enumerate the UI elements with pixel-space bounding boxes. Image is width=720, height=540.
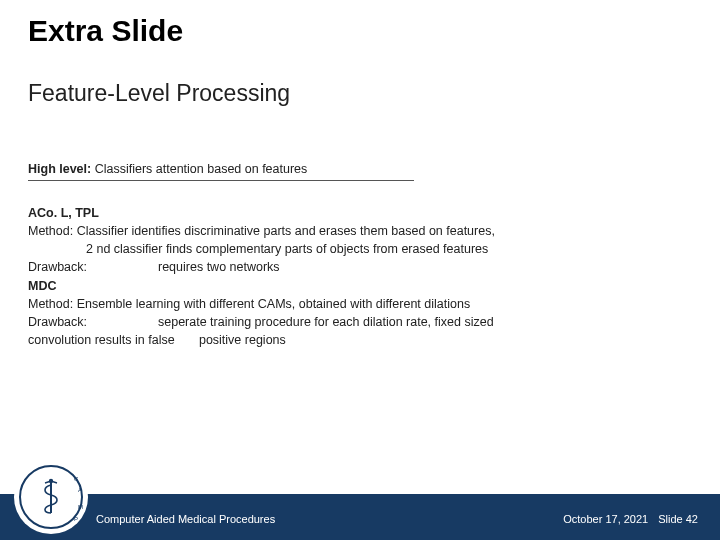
logo-letter-c: C bbox=[74, 476, 79, 482]
section2-method: Ensemble learning with different CAMs, o… bbox=[77, 297, 471, 311]
logo-ring: C A M P bbox=[19, 465, 83, 529]
drawback-label: Drawback: bbox=[28, 258, 158, 276]
drawback-label: Drawback: bbox=[28, 313, 158, 331]
highlevel-text: Classifiers attention based on features bbox=[91, 162, 307, 176]
logo-letter-m: M bbox=[78, 504, 83, 510]
slide: Extra Slide Feature-Level Processing Hig… bbox=[0, 0, 720, 540]
section1-method: Classifier identifies discriminative par… bbox=[77, 224, 495, 238]
logo: C A M P bbox=[14, 460, 88, 534]
highlevel-label: High level: bbox=[28, 162, 91, 176]
body-text: ACo. L, TPL Method: Classifier identifie… bbox=[28, 204, 692, 349]
section1-name: ACo. L, TPL bbox=[28, 206, 99, 220]
footer-right: October 17, 2021Slide 42 bbox=[563, 513, 698, 525]
section1-drawback: requires two networks bbox=[158, 260, 280, 274]
section1-method-cont: 2 nd classifier finds complementary part… bbox=[28, 240, 692, 258]
underline-rule bbox=[28, 180, 414, 181]
slide-subtitle: Feature-Level Processing bbox=[28, 80, 290, 107]
footer-date: October 17, 2021 bbox=[563, 513, 648, 525]
section2-drawback: seperate training procedure for each dil… bbox=[158, 315, 494, 329]
section2-drawback-cont1: convolution results in false bbox=[28, 333, 178, 347]
logo-ring-text: C A M P bbox=[21, 467, 85, 531]
section2-drawback-cont2: positive regions bbox=[199, 333, 286, 347]
logo-letter-p: P bbox=[74, 516, 78, 522]
slide-title: Extra Slide bbox=[28, 14, 183, 48]
footer-slide-number: Slide 42 bbox=[658, 513, 698, 525]
footer-left: Computer Aided Medical Procedures bbox=[96, 513, 275, 525]
logo-letter-a: A bbox=[78, 487, 82, 493]
highlevel-line: High level: Classifiers attention based … bbox=[28, 162, 307, 176]
section2-name: MDC bbox=[28, 279, 56, 293]
method-label: Method: bbox=[28, 224, 77, 238]
method-label: Method: bbox=[28, 297, 77, 311]
